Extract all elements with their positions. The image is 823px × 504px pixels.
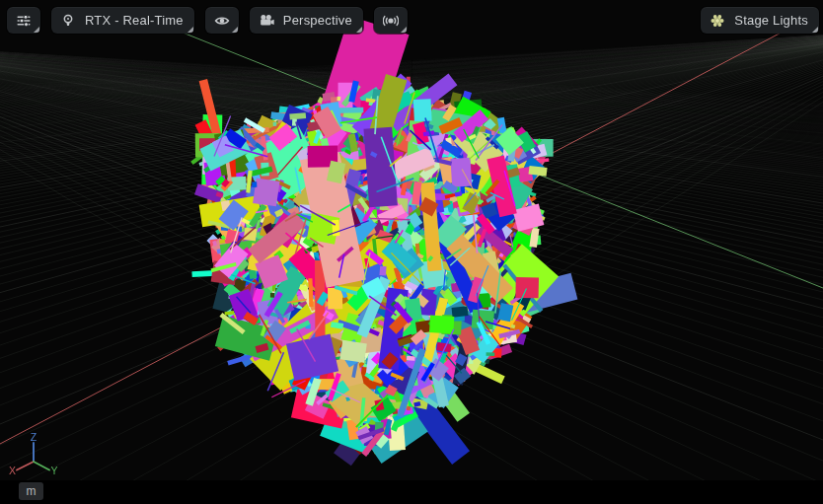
viewport-toolbar: RTX - Real-Time Perspective [7,7,408,34]
camera-dropdown[interactable]: Perspective [250,7,363,34]
viewport[interactable]: RTX - Real-Time Perspective [0,0,823,504]
unit-badge: m [19,482,43,500]
dropdown-notch-icon [232,27,238,33]
dropdown-notch-icon [401,27,407,33]
dropdown-notch-icon [34,27,39,33]
movie-camera-icon [259,13,274,29]
gizmo-y-axis [34,462,49,470]
sliders-icon [16,13,32,29]
eye-icon [214,13,230,29]
render-status-button[interactable] [374,7,408,34]
gizmo-z-label: Z [31,432,37,443]
viewport-toolbar-right: Stage Lights [701,7,819,34]
gizmo-x-label: X [9,465,16,476]
axis-gizmo: Z X Y [2,432,65,489]
stage-light-icon [710,13,725,29]
visibility-button[interactable] [205,7,239,34]
lighting-dropdown[interactable]: Stage Lights [701,7,819,34]
lighting-label: Stage Lights [732,13,810,28]
render-settings-button[interactable] [7,7,40,34]
dropdown-notch-icon [812,27,818,33]
camera-label: Perspective [281,13,354,28]
renderer-dropdown[interactable]: RTX - Real-Time [51,7,194,34]
lightbulb-icon [60,13,76,29]
gizmo-x-axis [17,462,34,470]
scene-canvas[interactable] [0,0,823,504]
dropdown-notch-icon [356,27,362,33]
gizmo-y-label: Y [50,465,57,476]
dropdown-notch-icon [187,27,193,33]
signal-icon [383,13,399,29]
renderer-label: RTX - Real-Time [83,13,186,28]
